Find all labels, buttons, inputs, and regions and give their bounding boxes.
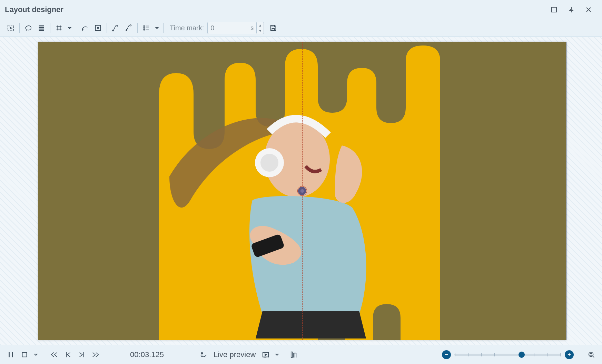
- top-toolbar: Time mark: s ▲ ▼: [0, 19, 602, 37]
- zoom-thumb[interactable]: [519, 352, 525, 358]
- time-mark-field[interactable]: s ▲ ▼: [207, 22, 264, 34]
- svg-rect-17: [22, 352, 27, 357]
- list-icon[interactable]: [140, 22, 152, 34]
- stop-icon[interactable]: [19, 349, 30, 361]
- svg-rect-3: [39, 27, 44, 28]
- svg-point-10: [144, 26, 145, 27]
- separator: [137, 23, 138, 33]
- canvas-stage[interactable]: [38, 42, 566, 340]
- time-mark-input[interactable]: [208, 22, 248, 34]
- svg-point-11: [144, 28, 145, 29]
- svg-rect-4: [39, 29, 44, 30]
- lasso-icon[interactable]: [22, 22, 34, 34]
- fast-forward-icon[interactable]: [90, 349, 101, 361]
- svg-rect-5: [39, 30, 44, 31]
- preview-mode-icon[interactable]: [260, 349, 272, 361]
- prev-frame-icon[interactable]: [62, 349, 74, 361]
- zoom-slider[interactable]: [454, 354, 561, 356]
- ruler-icon[interactable]: [288, 349, 300, 361]
- bezier-out-icon[interactable]: [123, 22, 135, 34]
- live-preview-label: Live preview: [214, 350, 256, 359]
- layers-icon[interactable]: [36, 22, 47, 34]
- preview-mode-chevron-down-icon[interactable]: [274, 349, 280, 361]
- eye-icon[interactable]: [198, 349, 209, 361]
- separator: [76, 23, 76, 33]
- svg-point-20: [589, 352, 593, 356]
- time-mark-step-down-icon[interactable]: ▼: [257, 28, 264, 33]
- svg-point-9: [130, 25, 131, 26]
- pin-icon[interactable]: [563, 3, 580, 17]
- center-marker-icon[interactable]: [297, 186, 307, 196]
- zoom-control: − +: [442, 349, 597, 361]
- close-icon[interactable]: [580, 3, 597, 17]
- target-icon[interactable]: [92, 22, 104, 34]
- separator: [163, 23, 164, 33]
- time-mark-step-up-icon[interactable]: ▲: [257, 22, 264, 28]
- rewind-icon[interactable]: [48, 349, 60, 361]
- separator: [107, 23, 107, 33]
- time-mark-label: Time mark:: [170, 24, 204, 32]
- next-frame-icon[interactable]: [76, 349, 88, 361]
- time-mark-unit: s: [248, 24, 256, 32]
- zoom-in-icon[interactable]: +: [565, 350, 574, 359]
- svg-point-12: [144, 29, 145, 30]
- svg-point-18: [201, 352, 203, 354]
- separator: [50, 23, 50, 33]
- zoom-out-icon[interactable]: −: [442, 350, 451, 359]
- save-icon[interactable]: [267, 22, 279, 34]
- separator: [19, 23, 20, 33]
- select-rect-icon[interactable]: [5, 22, 17, 34]
- svg-rect-21: [590, 353, 592, 355]
- pause-icon[interactable]: [5, 349, 17, 361]
- separator: [194, 350, 194, 360]
- maximize-icon[interactable]: [545, 3, 563, 17]
- canvas-area: [0, 37, 602, 345]
- undo-path-icon[interactable]: [79, 22, 91, 34]
- time-readout: 00:03.125: [119, 350, 175, 359]
- zoom-fit-icon[interactable]: [585, 349, 597, 361]
- svg-rect-2: [39, 26, 44, 27]
- bottom-toolbar: 00:03.125 Live preview − +: [0, 345, 602, 364]
- grid-menu-chevron-down-icon[interactable]: [66, 22, 73, 34]
- grid-icon[interactable]: [53, 22, 65, 34]
- svg-rect-0: [552, 7, 556, 12]
- stop-menu-chevron-down-icon[interactable]: [32, 349, 39, 361]
- svg-point-7: [97, 27, 99, 29]
- titlebar: Layout designer: [0, 0, 602, 19]
- panel-title: Layout designer: [5, 5, 545, 14]
- list-menu-chevron-down-icon[interactable]: [154, 22, 160, 34]
- bezier-in-icon[interactable]: [110, 22, 121, 34]
